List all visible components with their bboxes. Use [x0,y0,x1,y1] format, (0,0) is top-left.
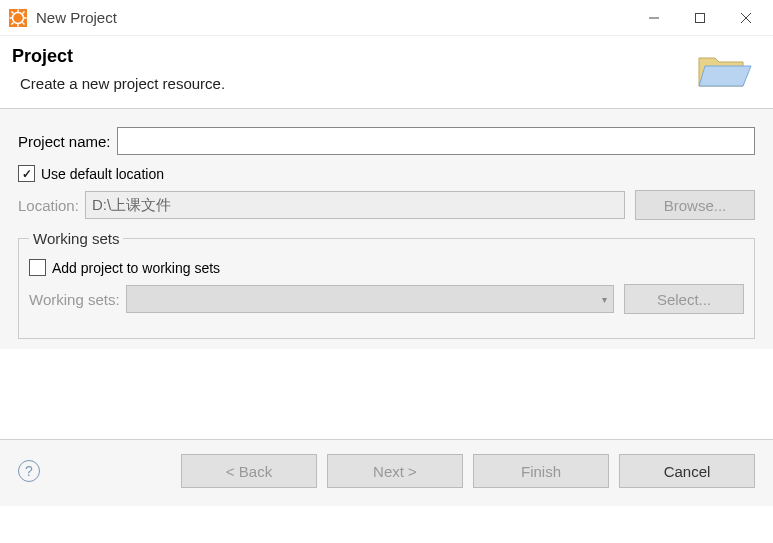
page-title: Project [12,46,695,67]
page-subtitle: Create a new project resource. [20,75,695,92]
use-default-location-label: Use default location [41,166,164,182]
minimize-button[interactable] [631,1,677,35]
app-icon [8,8,28,28]
svg-rect-11 [696,13,705,22]
maximize-button[interactable] [677,1,723,35]
finish-button: Finish [473,454,609,488]
working-sets-select: ▾ [126,285,614,313]
help-icon[interactable]: ? [18,460,40,482]
window-controls [631,1,769,35]
working-sets-group: Working sets Add project to working sets… [18,230,755,339]
checkbox-icon [18,165,35,182]
cancel-button[interactable]: Cancel [619,454,755,488]
chevron-down-icon: ▾ [602,294,607,305]
wizard-footer: ? < Back Next > Finish Cancel [0,440,773,506]
wizard-content: Project name: Use default location Locat… [0,109,773,349]
next-button: Next > [327,454,463,488]
browse-button: Browse... [635,190,755,220]
titlebar: New Project [0,0,773,36]
checkbox-icon [29,259,46,276]
project-name-label: Project name: [18,133,111,150]
use-default-location-checkbox[interactable]: Use default location [18,165,755,182]
add-to-working-sets-checkbox[interactable]: Add project to working sets [29,259,744,276]
project-name-input[interactable] [117,127,755,155]
wizard-header: Project Create a new project resource. [0,36,773,108]
back-button: < Back [181,454,317,488]
folder-icon [695,46,755,94]
select-button: Select... [624,284,744,314]
location-input [85,191,625,219]
add-to-working-sets-label: Add project to working sets [52,260,220,276]
location-label: Location: [18,197,79,214]
close-button[interactable] [723,1,769,35]
working-sets-label: Working sets: [29,291,120,308]
window-title: New Project [36,9,631,26]
working-sets-legend: Working sets [29,230,123,247]
